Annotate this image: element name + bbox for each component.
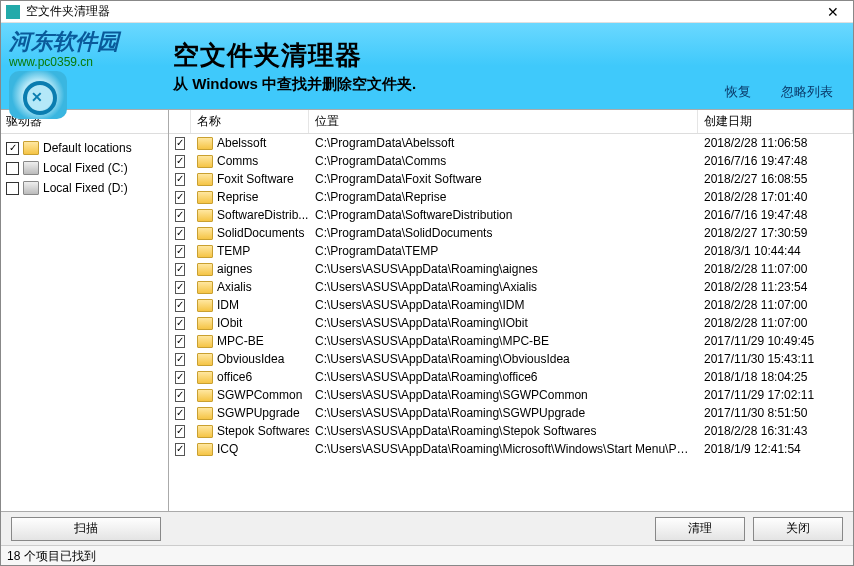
row-name: TEMP — [217, 244, 250, 258]
table-row[interactable]: IDMC:\Users\ASUS\AppData\Roaming\IDM2018… — [169, 296, 853, 314]
row-checkbox[interactable] — [175, 191, 185, 204]
titlebar: 空文件夹清理器 ✕ — [1, 1, 853, 23]
row-name: IObit — [217, 316, 242, 330]
row-checkbox[interactable] — [175, 209, 185, 222]
col-location[interactable]: 位置 — [309, 110, 698, 133]
table-row[interactable]: SolidDocumentsC:\ProgramData\SolidDocume… — [169, 224, 853, 242]
table-row[interactable]: Stepok SoftwaresC:\Users\ASUS\AppData\Ro… — [169, 422, 853, 440]
close-button[interactable]: 关闭 — [753, 517, 843, 541]
row-checkbox[interactable] — [175, 371, 185, 384]
folder-list: 名称 位置 创建日期 AbelssoftC:\ProgramData\Abels… — [169, 110, 853, 511]
row-checkbox[interactable] — [175, 173, 185, 186]
row-date: 2018/2/27 16:08:55 — [698, 171, 853, 187]
row-location: C:\Users\ASUS\AppData\Roaming\SGWPCommon — [309, 387, 698, 403]
row-checkbox[interactable] — [175, 263, 185, 276]
status-bar: 18 个项目已找到 — [1, 545, 853, 565]
drive-label: Default locations — [43, 141, 132, 155]
content-area: 驱动器 Default locationsLocal Fixed (C:)Loc… — [1, 109, 853, 511]
drive-item[interactable]: Local Fixed (D:) — [6, 178, 163, 198]
row-date: 2018/2/28 11:07:00 — [698, 261, 853, 277]
table-row[interactable]: SGWPUpgradeC:\Users\ASUS\AppData\Roaming… — [169, 404, 853, 422]
col-check[interactable] — [169, 110, 191, 133]
table-row[interactable]: ICQC:\Users\ASUS\AppData\Roaming\Microso… — [169, 440, 853, 458]
row-name: Reprise — [217, 190, 258, 204]
folder-icon — [197, 245, 213, 258]
table-row[interactable]: Foxit SoftwareC:\ProgramData\Foxit Softw… — [169, 170, 853, 188]
row-checkbox[interactable] — [175, 299, 185, 312]
folder-icon — [197, 191, 213, 204]
row-checkbox[interactable] — [175, 425, 185, 438]
row-checkbox[interactable] — [175, 443, 185, 456]
table-row[interactable]: MPC-BEC:\Users\ASUS\AppData\Roaming\MPC-… — [169, 332, 853, 350]
row-location: C:\Users\ASUS\AppData\Roaming\Microsoft\… — [309, 441, 698, 457]
table-row[interactable]: office6C:\Users\ASUS\AppData\Roaming\off… — [169, 368, 853, 386]
row-checkbox[interactable] — [175, 281, 185, 294]
clean-button[interactable]: 清理 — [655, 517, 745, 541]
folder-icon — [197, 137, 213, 150]
drive-item[interactable]: Local Fixed (C:) — [6, 158, 163, 178]
row-checkbox[interactable] — [175, 353, 185, 366]
row-checkbox[interactable] — [175, 227, 185, 240]
row-name: SGWPUpgrade — [217, 406, 300, 420]
row-location: C:\Users\ASUS\AppData\Roaming\SGWPUpgrad… — [309, 405, 698, 421]
drive-checkbox[interactable] — [6, 182, 19, 195]
close-icon[interactable]: ✕ — [818, 4, 848, 20]
col-date[interactable]: 创建日期 — [698, 110, 853, 133]
table-row[interactable]: SoftwareDistrib...C:\ProgramData\Softwar… — [169, 206, 853, 224]
row-name: ICQ — [217, 442, 238, 456]
watermark-url: www.pc0359.cn — [9, 55, 167, 69]
row-checkbox[interactable] — [175, 407, 185, 420]
row-checkbox[interactable] — [175, 245, 185, 258]
scan-button[interactable]: 扫描 — [11, 517, 161, 541]
table-row[interactable]: TEMPC:\ProgramData\TEMP2018/3/1 10:44:44 — [169, 242, 853, 260]
row-location: C:\Users\ASUS\AppData\Roaming\IDM — [309, 297, 698, 313]
folder-icon — [197, 371, 213, 384]
restore-link[interactable]: 恢复 — [725, 83, 751, 101]
table-row[interactable]: CommsC:\ProgramData\Comms2016/7/16 19:47… — [169, 152, 853, 170]
row-checkbox[interactable] — [175, 335, 185, 348]
table-row[interactable]: IObitC:\Users\ASUS\AppData\Roaming\IObit… — [169, 314, 853, 332]
table-row[interactable]: RepriseC:\ProgramData\Reprise2018/2/28 1… — [169, 188, 853, 206]
folder-x-icon: ✕ — [9, 71, 67, 119]
row-location: C:\ProgramData\Reprise — [309, 189, 698, 205]
row-checkbox[interactable] — [175, 389, 185, 402]
table-row[interactable]: SGWPCommonC:\Users\ASUS\AppData\Roaming\… — [169, 386, 853, 404]
app-title: 空文件夹清理器 — [173, 38, 416, 73]
table-row[interactable]: AbelssoftC:\ProgramData\Abelssoft2018/2/… — [169, 134, 853, 152]
row-date: 2018/2/28 11:07:00 — [698, 297, 853, 313]
row-name: office6 — [217, 370, 252, 384]
row-checkbox[interactable] — [175, 155, 185, 168]
row-location: C:\Users\ASUS\AppData\Roaming\Stepok Sof… — [309, 423, 698, 439]
row-name: IDM — [217, 298, 239, 312]
folder-icon — [197, 425, 213, 438]
row-checkbox[interactable] — [175, 317, 185, 330]
ignore-list-link[interactable]: 忽略列表 — [781, 83, 833, 101]
folder-icon — [197, 227, 213, 240]
row-checkbox[interactable] — [175, 137, 185, 150]
row-date: 2018/2/28 16:31:43 — [698, 423, 853, 439]
list-header: 名称 位置 创建日期 — [169, 110, 853, 134]
table-row[interactable]: AxialisC:\Users\ASUS\AppData\Roaming\Axi… — [169, 278, 853, 296]
folder-icon — [197, 299, 213, 312]
row-location: C:\Users\ASUS\AppData\Roaming\MPC-BE — [309, 333, 698, 349]
col-name[interactable]: 名称 — [191, 110, 309, 133]
drive-label: Local Fixed (D:) — [43, 181, 128, 195]
table-row[interactable]: ObviousIdeaC:\Users\ASUS\AppData\Roaming… — [169, 350, 853, 368]
folder-icon — [197, 389, 213, 402]
drive-checkbox[interactable] — [6, 162, 19, 175]
row-date: 2017/11/30 15:43:11 — [698, 351, 853, 367]
row-date: 2018/2/28 11:06:58 — [698, 135, 853, 151]
table-row[interactable]: aignesC:\Users\ASUS\AppData\Roaming\aign… — [169, 260, 853, 278]
app-icon — [6, 5, 20, 19]
row-location: C:\Users\ASUS\AppData\Roaming\Axialis — [309, 279, 698, 295]
drive-item[interactable]: Default locations — [6, 138, 163, 158]
window-title: 空文件夹清理器 — [26, 3, 818, 20]
row-date: 2018/2/28 11:07:00 — [698, 315, 853, 331]
row-location: C:\Users\ASUS\AppData\Roaming\ObviousIde… — [309, 351, 698, 367]
row-location: C:\Users\ASUS\AppData\Roaming\office6 — [309, 369, 698, 385]
row-name: Stepok Softwares — [217, 424, 309, 438]
drive-checkbox[interactable] — [6, 142, 19, 155]
folder-icon — [197, 407, 213, 420]
row-date: 2018/2/27 17:30:59 — [698, 225, 853, 241]
row-date: 2018/2/28 11:23:54 — [698, 279, 853, 295]
